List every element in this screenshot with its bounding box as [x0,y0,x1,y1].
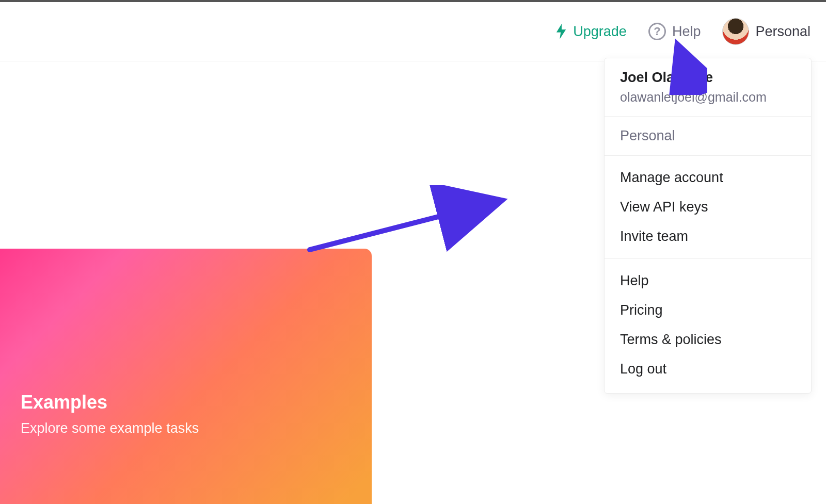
menu-item-invite-team[interactable]: Invite team [605,222,811,251]
examples-subtitle: Explore some example tasks [21,420,351,436]
user-email: olawanletjoel@gmail.com [620,90,796,105]
menu-item-terms-policies[interactable]: Terms & policies [605,325,811,354]
svg-line-0 [310,201,501,250]
user-name: Joel Olawanle [620,70,796,86]
upgrade-label: Upgrade [573,24,627,40]
account-label: Personal [755,24,811,40]
menu-item-manage-account[interactable]: Manage account [605,163,811,192]
upgrade-button[interactable]: Upgrade [555,24,627,40]
workspace-label: Personal [620,128,796,144]
menu-group-main: Manage account View API keys Invite team [605,156,811,259]
help-button[interactable]: ? Help [648,23,701,40]
account-menu-trigger[interactable]: Personal [722,18,811,45]
examples-card[interactable]: Examples Explore some example tasks [0,249,372,504]
help-label: Help [672,24,701,40]
question-circle-icon: ? [648,23,666,40]
avatar [722,18,749,45]
bolt-icon [555,24,567,39]
menu-item-log-out[interactable]: Log out [605,354,811,384]
menu-group-secondary: Help Pricing Terms & policies Log out [605,259,811,393]
header-bar: Upgrade ? Help Personal [0,2,826,61]
account-user-block: Joel Olawanle olawanletjoel@gmail.com [605,58,811,117]
workspace-section[interactable]: Personal [605,117,811,156]
menu-item-pricing[interactable]: Pricing [605,296,811,325]
account-dropdown: Joel Olawanle olawanletjoel@gmail.com Pe… [604,58,812,394]
menu-item-view-api-keys[interactable]: View API keys [605,192,811,222]
menu-item-help[interactable]: Help [605,266,811,296]
annotation-arrow-api-keys [305,185,511,257]
examples-title: Examples [21,392,351,413]
